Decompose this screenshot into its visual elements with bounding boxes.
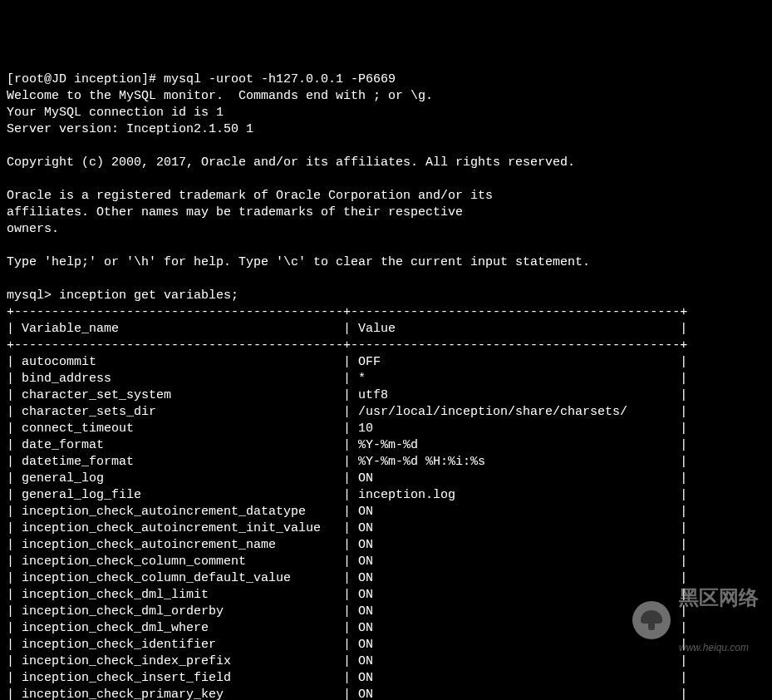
help-line: Type 'help;' or '\h' for help. Type '\c'… (7, 255, 590, 269)
mysql-query: inception get variables; (59, 288, 238, 303)
shell-prompt: [root@JD inception]# (7, 72, 156, 86)
shell-command: mysql -uroot -h127.0.0.1 -P6669 (164, 72, 396, 86)
terminal-output[interactable]: [root@JD inception]# mysql -uroot -h127.… (7, 71, 765, 700)
table-border-top: +---------------------------------------… (7, 305, 687, 319)
copyright-line: Copyright (c) 2000, 2017, Oracle and/or … (7, 155, 575, 170)
table-header-row: | Variable_name | Value | (7, 322, 687, 336)
trademark-line: affiliates. Other names may be trademark… (7, 205, 463, 219)
banner-line: Your MySQL connection id is 1 (7, 106, 224, 120)
banner-line: Server version: Inception2.1.50 1 (7, 122, 253, 136)
banner-line: Welcome to the MySQL monitor. Commands e… (7, 89, 433, 103)
table-body: | autocommit | OFF | | bind_address | * … (7, 355, 687, 700)
mysql-prompt: mysql> (7, 288, 52, 303)
trademark-line: Oracle is a registered trademark of Orac… (7, 189, 493, 203)
trademark-line: owners. (7, 222, 59, 236)
table-border-mid: +---------------------------------------… (7, 338, 687, 352)
